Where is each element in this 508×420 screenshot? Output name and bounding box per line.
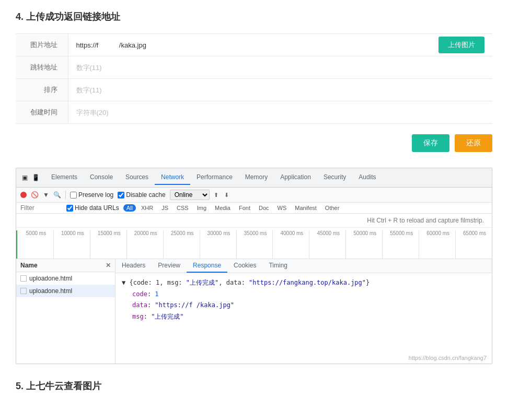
close-detail-icon[interactable]: ✕ — [106, 262, 111, 269]
restore-button[interactable]: 还原 — [455, 134, 492, 152]
network-item[interactable]: uploadone.html — [16, 285, 115, 297]
preserve-log-text: Preserve log — [78, 191, 113, 199]
file-icon — [20, 288, 27, 294]
detail-panel: HeadersPreviewResponseCookiesTiming ▼ {c… — [116, 259, 492, 364]
filter-chip-css[interactable]: CSS — [174, 204, 192, 212]
timeline-tick: 50000 ms — [345, 230, 382, 259]
form-row: 创建时间 — [16, 101, 492, 124]
detail-tab-response[interactable]: Response — [187, 259, 227, 273]
name-column-header: Name — [20, 262, 38, 269]
disable-cache-text: Disable cache — [126, 191, 165, 199]
footer-url: https://blog.csdn.cn/fangkang7 — [409, 355, 487, 361]
file-icon — [20, 275, 27, 282]
field-label: 跳转地址 — [16, 56, 68, 79]
hide-data-urls-checkbox[interactable] — [66, 205, 73, 212]
field-label: 排序 — [16, 79, 68, 101]
section5-title: 5. 上七牛云查看图片 — [16, 380, 492, 392]
network-items: uploadone.htmluploadone.html — [16, 272, 115, 297]
form-row: 图片地址上传图片 — [16, 34, 492, 56]
field-value: 上传图片 — [68, 34, 492, 56]
filter-chip-ws[interactable]: WS — [274, 204, 290, 212]
devtools-tab-network[interactable]: Network — [155, 170, 190, 185]
preserve-log-label[interactable]: Preserve log — [70, 191, 113, 199]
devtools-tab-performance[interactable]: Performance — [190, 170, 239, 185]
field-value — [68, 79, 492, 101]
devtools-tab-application[interactable]: Application — [274, 170, 317, 185]
field-value — [68, 56, 492, 79]
filter-chip-manifest[interactable]: Manifest — [292, 204, 320, 212]
response-msg: msg: "上传完成" — [122, 311, 486, 323]
disable-cache-label[interactable]: Disable cache — [118, 191, 165, 199]
response-data: data: "https://f /kaka.jpg" — [122, 300, 486, 311]
timeline-tick: 60000 ms — [419, 230, 455, 259]
filter-chip-media[interactable]: Media — [212, 204, 234, 212]
clear-icon[interactable]: 🚫 — [31, 191, 39, 199]
filter-chip-js[interactable]: JS — [158, 204, 171, 212]
devtools-topbar: ▣ 📱 ElementsConsoleSourcesNetworkPerform… — [16, 168, 492, 188]
field-value — [68, 101, 492, 124]
upload-image-button[interactable]: 上传图片 — [438, 37, 484, 53]
timeline-tick: 25000 ms — [163, 230, 200, 259]
timeline-tick: 15000 ms — [90, 230, 126, 259]
record-button[interactable] — [20, 192, 27, 198]
devtools-panel: ▣ 📱 ElementsConsoleSourcesNetworkPerform… — [16, 168, 492, 364]
filter-chip-doc[interactable]: Doc — [256, 204, 272, 212]
detail-tab-headers[interactable]: Headers — [116, 259, 152, 273]
network-list-header: Name ✕ — [16, 259, 115, 272]
timeline-tick: 55000 ms — [382, 230, 419, 259]
save-button[interactable]: 保存 — [412, 134, 449, 152]
search-icon[interactable]: 🔍 — [53, 191, 61, 199]
section4-title: 4. 上传成功返回链接地址 — [16, 10, 492, 23]
field-label: 创建时间 — [16, 101, 68, 124]
elements-icon[interactable]: ▣ — [20, 173, 29, 182]
timeline-tick: 65000 ms — [455, 230, 492, 259]
disable-cache-checkbox[interactable] — [118, 192, 124, 199]
detail-tab-preview[interactable]: Preview — [152, 259, 187, 273]
download-icon[interactable]: ⬇ — [224, 192, 230, 198]
action-row: 保存 还原 — [16, 134, 492, 152]
filter-chips: AllXHRJSCSSImgMediaFontDocWSManifestOthe… — [123, 204, 343, 212]
detail-tab-cookies[interactable]: Cookies — [227, 259, 262, 273]
form-table: 图片地址上传图片跳转地址排序创建时间 — [16, 33, 492, 124]
field-input[interactable] — [76, 109, 321, 116]
mobile-icon[interactable]: 📱 — [31, 173, 40, 182]
hide-data-urls-label[interactable]: Hide data URLs — [66, 204, 119, 212]
hide-data-urls-text: Hide data URLs — [75, 204, 119, 212]
network-list: Name ✕ uploadone.htmluploadone.html — [16, 259, 116, 364]
field-input[interactable] — [76, 86, 321, 94]
response-code: code: 1 — [122, 289, 486, 300]
field-input[interactable] — [76, 41, 321, 49]
field-label: 图片地址 — [16, 34, 68, 56]
upload-icon[interactable]: ⬆ — [214, 192, 220, 198]
form-row: 排序 — [16, 79, 492, 101]
filter-chip-all[interactable]: All — [123, 204, 136, 212]
network-item[interactable]: uploadone.html — [16, 272, 115, 285]
timeline-tick: 45000 ms — [309, 230, 345, 259]
devtools-tab-security[interactable]: Security — [317, 170, 352, 185]
timeline-tick: 5000 ms — [16, 230, 53, 259]
devtools-tab-sources[interactable]: Sources — [119, 170, 155, 185]
network-item-name: uploadone.html — [29, 287, 72, 295]
preserve-log-checkbox[interactable] — [70, 192, 77, 199]
timeline-bar: 5000 ms10000 ms15000 ms20000 ms25000 ms3… — [16, 228, 492, 259]
filter-chip-xhr[interactable]: XHR — [138, 204, 156, 212]
timeline-tick: 30000 ms — [200, 230, 236, 259]
network-item-name: uploadone.html — [29, 275, 72, 282]
filter-chip-font[interactable]: Font — [236, 204, 253, 212]
devtools-tab-memory[interactable]: Memory — [239, 170, 274, 185]
timeline-tick: 10000 ms — [53, 230, 90, 259]
network-body: Name ✕ uploadone.htmluploadone.html Head… — [16, 259, 492, 364]
filter-icon[interactable]: ▼ — [43, 191, 49, 199]
field-input[interactable] — [76, 64, 321, 72]
filter-chip-img[interactable]: Img — [194, 204, 210, 212]
devtools-tab-elements[interactable]: Elements — [45, 170, 84, 185]
response-line1: ▼ {code: 1, msg: "上传完成", data: "https://… — [122, 277, 486, 289]
devtools-tab-audits[interactable]: Audits — [352, 170, 382, 185]
detail-tab-timing[interactable]: Timing — [262, 259, 294, 273]
online-select[interactable]: Online Offline Slow 3G Fast 3G — [170, 190, 210, 200]
devtools-tab-console[interactable]: Console — [84, 170, 119, 185]
filter-chip-other[interactable]: Other — [322, 204, 343, 212]
network-toolbar: 🚫 ▼ 🔍 Preserve log Disable cache Online … — [16, 188, 492, 203]
filter-input[interactable] — [20, 204, 62, 212]
timeline-ruler: 5000 ms10000 ms15000 ms20000 ms25000 ms3… — [16, 228, 492, 259]
